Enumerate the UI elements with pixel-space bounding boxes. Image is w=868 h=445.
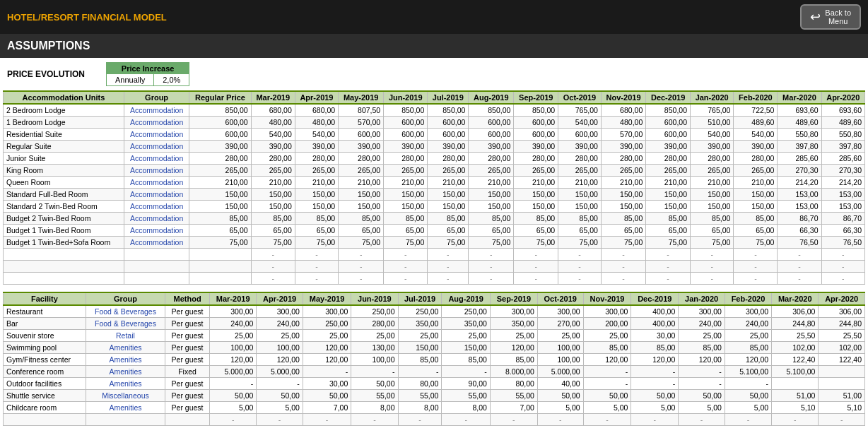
- facility-val: 25,00: [398, 330, 442, 342]
- facility-val: 120,00: [210, 354, 257, 366]
- row-val: 210,00: [428, 177, 469, 189]
- row-val: 850,00: [428, 104, 469, 117]
- row-val: 600,00: [469, 117, 514, 129]
- facility-val: 122,40: [772, 354, 819, 366]
- facility-val: 250,00: [303, 318, 351, 330]
- facility-val: 300,00: [679, 305, 725, 318]
- facility-val: 5.000,00: [210, 366, 257, 378]
- row-val: 850,00: [646, 104, 691, 117]
- facility-group: Miscellaneous: [86, 390, 165, 402]
- facility-val: 130,00: [351, 342, 398, 354]
- row-unit-name: Queen Room: [4, 177, 124, 189]
- empty-cell: -: [646, 261, 691, 273]
- row-val: 150,00: [734, 201, 778, 213]
- row-val: 265,00: [251, 165, 295, 177]
- facility-val: 100,00: [537, 342, 583, 354]
- facility-val: 55,00: [442, 390, 490, 402]
- row-val: 85,00: [251, 213, 295, 225]
- facility-val: -: [583, 366, 631, 378]
- accommodation-row: Budget 1 Twin-Bed+Sofa RoomAccommodation…: [4, 237, 865, 249]
- row-val: 570,00: [339, 117, 384, 129]
- app-title: HOTEL/RESORT FINANCIAL MODEL: [7, 12, 167, 23]
- facility-group: Amenities: [86, 354, 165, 366]
- facility-val: 244,80: [772, 318, 819, 330]
- row-val: 75,00: [469, 237, 514, 249]
- row-val: 75,00: [646, 237, 691, 249]
- row-val: 86,70: [821, 213, 865, 225]
- col-f-sep19: Sep-2019: [490, 292, 537, 305]
- facility-val: 50,00: [583, 390, 631, 402]
- facility-val: -: [583, 378, 631, 390]
- pct-value: 2,0%: [154, 74, 189, 85]
- facility-val: 150,00: [398, 342, 442, 354]
- facility-val: 400,00: [631, 318, 679, 330]
- facility-val: 25,00: [210, 330, 257, 342]
- row-val: 214,20: [778, 177, 821, 189]
- row-val: 65,00: [514, 225, 558, 237]
- empty-cell: -: [558, 273, 602, 285]
- facility-val: -: [631, 366, 679, 378]
- col-nov19: Nov-2019: [601, 91, 645, 104]
- accommodation-row: Regular SuiteAccommodation390,00390,0039…: [4, 141, 865, 153]
- empty-cell: -: [351, 414, 398, 426]
- row-val: 600,00: [428, 129, 469, 141]
- back-to-menu-button[interactable]: ↩ Back toMenu: [800, 4, 861, 30]
- facility-val: 5,00: [725, 402, 771, 414]
- row-val: 150,00: [558, 201, 602, 213]
- facility-val: 300,00: [725, 305, 771, 318]
- row-price: 390,00: [189, 141, 251, 153]
- empty-cell: -: [537, 414, 583, 426]
- row-val: 280,00: [339, 153, 384, 165]
- facility-val: 55,00: [490, 390, 537, 402]
- facility-val: 306,00: [819, 305, 865, 318]
- row-val: 280,00: [690, 153, 733, 165]
- facility-val: 50,00: [210, 390, 257, 402]
- row-group: Accommodation: [124, 117, 189, 129]
- col-facility: Facility: [4, 292, 86, 305]
- row-val: 265,00: [384, 165, 428, 177]
- col-f-aug19: Aug-2019: [442, 292, 490, 305]
- facility-val: 306,00: [772, 305, 819, 318]
- row-price: 85,00: [189, 213, 251, 225]
- row-val: 390,00: [514, 141, 558, 153]
- col-apr20: Apr-2020: [821, 91, 865, 104]
- row-val: 265,00: [601, 165, 645, 177]
- facility-val: 102,00: [772, 342, 819, 354]
- facility-val: 244,80: [819, 318, 865, 330]
- facility-val: -: [679, 366, 725, 378]
- empty-cell: -: [339, 273, 384, 285]
- col-mar19: Mar-2019: [251, 91, 295, 104]
- accommodation-header-row: Accommodation Units Group Regular Price …: [4, 91, 865, 104]
- row-val: 285,60: [821, 153, 865, 165]
- facility-name: Bar: [4, 318, 86, 330]
- empty-cell: -: [690, 249, 733, 261]
- row-val: 65,00: [734, 225, 778, 237]
- row-group: Accommodation: [124, 141, 189, 153]
- empty-cell: -: [734, 261, 778, 273]
- row-val: 150,00: [339, 201, 384, 213]
- row-val: 75,00: [339, 237, 384, 249]
- facility-val: 350,00: [398, 318, 442, 330]
- facility-group: Amenities: [86, 366, 165, 378]
- empty-cell: -: [251, 273, 295, 285]
- row-val: 150,00: [690, 201, 733, 213]
- facility-method: Fixed: [165, 366, 210, 378]
- facility-name: Swimming pool: [4, 342, 86, 354]
- row-val: 489,60: [821, 117, 865, 129]
- facility-val: -: [725, 378, 771, 390]
- row-val: 600,00: [514, 129, 558, 141]
- row-val: 150,00: [558, 189, 602, 201]
- row-val: 265,00: [339, 165, 384, 177]
- facility-val: 240,00: [257, 318, 303, 330]
- accommodation-row: Residential SuiteAccommodation600,00540,…: [4, 129, 865, 141]
- facility-method: Per guest: [165, 318, 210, 330]
- row-val: 510,00: [690, 117, 733, 129]
- empty-cell: -: [339, 249, 384, 261]
- empty-cell: -: [210, 414, 257, 426]
- row-val: 150,00: [428, 189, 469, 201]
- facility-val: 300,00: [537, 305, 583, 318]
- row-val: 265,00: [558, 165, 602, 177]
- accommodation-row: 2 Bedroom LodgeAccommodation850,00680,00…: [4, 104, 865, 117]
- price-box: Price Increase Annually 2,0%: [106, 62, 189, 86]
- empty-cell: -: [303, 414, 351, 426]
